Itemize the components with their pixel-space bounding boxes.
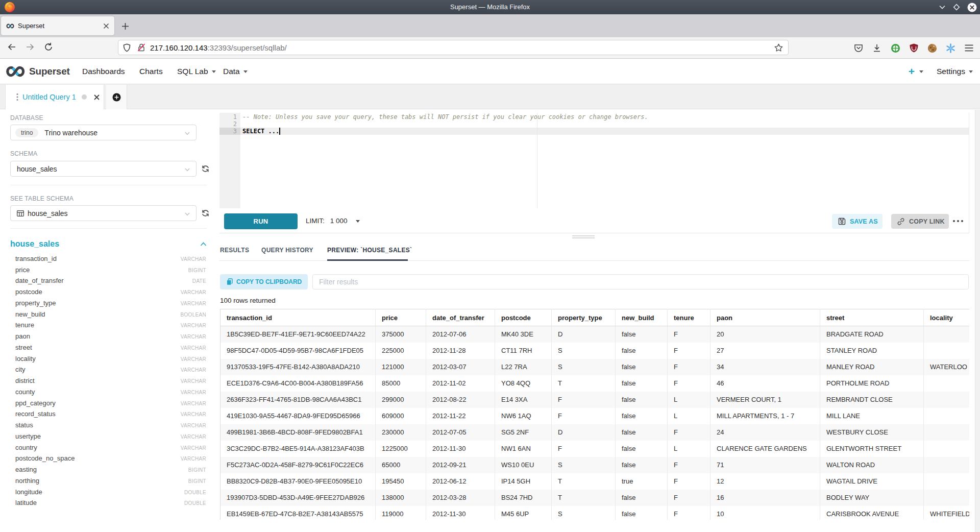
- schema-column-row[interactable]: latitudeDOUBLE: [0, 497, 219, 509]
- browser-newtab-icon[interactable]: [117, 19, 133, 33]
- database-select[interactable]: trino Trino warehouse: [10, 125, 197, 140]
- schema-column-row[interactable]: postcode_no_spaceVARCHAR: [0, 453, 219, 464]
- tab-preview[interactable]: PREVIEW: `HOUSE_SALES`: [327, 240, 412, 260]
- schema-column-row[interactable]: eastingBIGINT: [0, 464, 219, 475]
- nav-settings[interactable]: Settings: [937, 67, 965, 76]
- schema-column-row[interactable]: statusVARCHAR: [0, 420, 219, 431]
- extension-green-icon[interactable]: [890, 42, 901, 54]
- schema-column-row[interactable]: property_typeVARCHAR: [0, 298, 219, 309]
- browser-tab-close-icon[interactable]: [100, 20, 112, 32]
- sql-editor[interactable]: 1 2 3 -- Note: Unless you save your quer…: [219, 113, 969, 208]
- table-row[interactable]: 3C3C29DC-B7B2-4BE5-914A-A38123AF403B1225…: [220, 441, 970, 457]
- table-header-price[interactable]: price: [376, 309, 426, 326]
- more-options-icon[interactable]: [953, 208, 963, 233]
- nav-dashboards[interactable]: Dashboards: [82, 59, 125, 84]
- window-close-icon[interactable]: [967, 3, 977, 12]
- table-row[interactable]: 419E1030-9A55-4467-8DA9-9FED95D659666090…: [220, 408, 970, 424]
- window-maximize-icon[interactable]: [953, 4, 960, 11]
- url-text[interactable]: 217.160.120.143:32393/superset/sqllab/: [150, 43, 287, 52]
- tab-query-history[interactable]: QUERY HISTORY: [261, 240, 313, 260]
- browser-tab-superset[interactable]: Superset: [1, 16, 114, 35]
- run-button[interactable]: RUN: [224, 213, 298, 229]
- table-header-new_build[interactable]: new_build: [616, 309, 668, 326]
- chevron-up-icon[interactable]: [200, 241, 207, 247]
- table-header-locality[interactable]: locality: [924, 309, 970, 326]
- downloads-icon[interactable]: [871, 42, 883, 54]
- table-header-property_type[interactable]: property_type: [552, 309, 616, 326]
- schema-column-row[interactable]: cityVARCHAR: [0, 364, 219, 375]
- schema-column-row[interactable]: postcodeVARCHAR: [0, 286, 219, 298]
- limit-value[interactable]: 1 000: [330, 217, 348, 225]
- filter-results-input[interactable]: [312, 274, 969, 289]
- forward-icon[interactable]: [22, 39, 38, 55]
- pane-drag-handle[interactable]: [572, 235, 595, 239]
- table-cell: 98F5DC47-0D05-4D59-95B7-98CA6F1FDE05: [220, 343, 376, 359]
- ublock-shield-icon[interactable]: [908, 42, 919, 54]
- schema-column-row[interactable]: streetVARCHAR: [0, 342, 219, 353]
- save-as-button[interactable]: SAVE AS: [832, 214, 883, 229]
- table-refresh-icon[interactable]: [201, 209, 210, 217]
- cookie-icon[interactable]: [926, 42, 938, 54]
- table-row[interactable]: ECE1D376-C9A6-4C00-B004-A380B189FA568500…: [220, 375, 970, 392]
- table-cell: VERMEER COURT, 1: [710, 392, 820, 408]
- new-item-plus-button[interactable]: +: [909, 66, 915, 77]
- back-icon[interactable]: [4, 39, 20, 55]
- schema-column-row[interactable]: countyVARCHAR: [0, 386, 219, 398]
- schema-column-row[interactable]: date_of_transferDATE: [0, 275, 219, 286]
- nav-sql-lab[interactable]: SQL Lab: [177, 59, 216, 84]
- table-row[interactable]: 193907D3-5DBD-453D-A49E-9FEE27DAB9261380…: [220, 490, 970, 506]
- page-scrollbar[interactable]: [975, 110, 980, 532]
- table-header-street[interactable]: street: [820, 309, 924, 326]
- schema-column-row[interactable]: record_statusVARCHAR: [0, 408, 219, 420]
- url-bar[interactable]: 217.160.120.143:32393/superset/sqllab/: [118, 40, 789, 55]
- query-tab-active[interactable]: Untitled Query 1: [5, 85, 104, 109]
- schema-column-row[interactable]: localityVARCHAR: [0, 353, 219, 365]
- copy-link-button[interactable]: COPY LINK: [891, 214, 949, 229]
- schema-column-row[interactable]: paonVARCHAR: [0, 331, 219, 342]
- table-row[interactable]: 98F5DC47-0D05-4D59-95B7-98CA6F1FDE052250…: [220, 343, 970, 359]
- extension-asterisk-icon[interactable]: [945, 42, 956, 54]
- schema-column-row[interactable]: priceBIGINT: [0, 264, 219, 276]
- table-header-tenure[interactable]: tenure: [668, 309, 710, 326]
- schema-column-row[interactable]: usertypeVARCHAR: [0, 431, 219, 442]
- shield-icon[interactable]: [122, 43, 131, 52]
- reload-icon[interactable]: [40, 39, 57, 55]
- pocket-icon[interactable]: [853, 42, 864, 54]
- copy-to-clipboard-button[interactable]: COPY TO CLIPBOARD: [220, 274, 308, 289]
- table-header-postcode[interactable]: postcode: [495, 309, 552, 326]
- table-header-date_of_transfer[interactable]: date_of_transfer: [426, 309, 495, 326]
- table-row[interactable]: F5C273AC-0D2A-458F-8279-9C61F0C22EC66500…: [220, 457, 970, 473]
- schema-column-row[interactable]: tenureVARCHAR: [0, 320, 219, 331]
- schema-column-row[interactable]: transaction_idVARCHAR: [0, 253, 219, 264]
- schema-column-row[interactable]: longitudeDOUBLE: [0, 487, 219, 498]
- schema-select[interactable]: house_sales: [10, 161, 197, 177]
- schema-column-row[interactable]: northingBIGINT: [0, 475, 219, 487]
- table-schema-select[interactable]: house_sales: [10, 205, 197, 221]
- table-row[interactable]: 499B1981-3B6B-4BCD-808F-9FED9802BFA12300…: [220, 424, 970, 441]
- schema-column-row[interactable]: countryVARCHAR: [0, 442, 219, 453]
- table-row[interactable]: 1B5C39ED-BE7F-41EF-9E71-9C60EED74A223750…: [220, 326, 970, 343]
- drag-dots-icon[interactable]: [16, 93, 18, 101]
- table-row[interactable]: BB8320C9-D82B-4B37-90E0-9FEE05095E101954…: [220, 473, 970, 490]
- nav-data[interactable]: Data: [223, 59, 248, 84]
- table-row[interactable]: EB1459EB-67ED-47C8-B2E7-A38143AB55751190…: [220, 506, 970, 520]
- nav-charts[interactable]: Charts: [139, 59, 163, 84]
- schema-refresh-icon[interactable]: [201, 164, 210, 173]
- table-header-paon[interactable]: paon: [710, 309, 820, 326]
- query-tab-close-icon[interactable]: [94, 94, 100, 100]
- superset-logo[interactable]: Superset: [6, 64, 70, 79]
- caret-down-icon[interactable]: [356, 220, 360, 223]
- lock-insecure-icon[interactable]: [137, 43, 146, 52]
- menu-hamburger-icon[interactable]: [963, 42, 974, 54]
- schema-column-row[interactable]: districtVARCHAR: [0, 375, 219, 386]
- table-header-transaction_id[interactable]: transaction_id: [220, 309, 376, 326]
- query-tab-add-icon[interactable]: [106, 85, 127, 109]
- window-minimize-icon[interactable]: [939, 4, 946, 11]
- schema-column-row[interactable]: ppd_categoryVARCHAR: [0, 398, 219, 409]
- table-section-title[interactable]: house_sales: [10, 239, 59, 249]
- bookmark-star-icon[interactable]: [774, 43, 783, 52]
- table-row[interactable]: 2636F323-FF41-4765-81DB-98CAA6A43BC12990…: [220, 392, 970, 408]
- schema-column-row[interactable]: new_buildBOOLEAN: [0, 309, 219, 320]
- table-row[interactable]: 91370533-19F5-47FE-B142-A380A8ADA2101210…: [220, 359, 970, 375]
- tab-results[interactable]: RESULTS: [220, 240, 249, 260]
